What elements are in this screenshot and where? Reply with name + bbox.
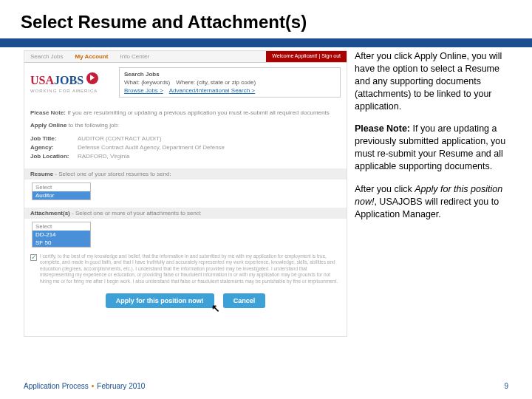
certification-text: I certify, to the best of my knowledge a…	[24, 250, 347, 287]
page-number: 9	[504, 382, 508, 390]
attachments-select[interactable]: Select DD-214 SF 50	[32, 222, 91, 248]
welcome-banner[interactable]: Welcome Applicant! | Sign out	[266, 51, 347, 62]
slide-title: Select Resume and Attachment(s)	[0, 0, 532, 38]
attachments-section: Attachment(s) - Select one or more of yo…	[24, 208, 347, 219]
instruction-p1: After you click Apply Online, you will h…	[355, 50, 517, 112]
instruction-p2: Please Note: If you are updating a previ…	[355, 123, 517, 173]
play-icon	[86, 72, 98, 84]
tab-my-account[interactable]: My Account	[69, 51, 114, 62]
resume-select[interactable]: Select Auditor	[32, 183, 91, 200]
cursor-icon: ↖	[211, 302, 220, 314]
tab-search[interactable]: Search Jobs	[24, 51, 69, 62]
certify-checkbox[interactable]	[30, 254, 37, 261]
apply-position-button[interactable]: Apply for this position now!↖	[106, 293, 214, 308]
tab-info-center[interactable]: Info Center	[115, 51, 156, 62]
slide-footer: Application Process•February 2010 9	[24, 382, 508, 390]
resume-section: Resume - Select one of your stored resum…	[24, 168, 347, 180]
apply-online-heading: Apply Online to the following job:	[24, 119, 347, 132]
advanced-search-link[interactable]: Advanced/International Search >	[169, 87, 255, 94]
browse-jobs-link[interactable]: Browse Jobs >	[124, 87, 163, 94]
search-jobs-box: Search Jobs What: (keywords) Where: (cit…	[119, 67, 341, 98]
instruction-sidebar: After you click Apply Online, you will h…	[355, 50, 517, 337]
nav-tabs: Search Jobs My Account Info Center Welco…	[24, 51, 347, 63]
instruction-p3: After you click Apply for this position …	[355, 183, 517, 221]
resubmit-note: Please Note: If you are resubmitting or …	[24, 106, 347, 119]
usajobs-screenshot: Search Jobs My Account Info Center Welco…	[24, 50, 347, 337]
usajobs-logo: USAJOBS WORKING FOR AMERICA	[30, 72, 98, 93]
divider-bar	[0, 38, 532, 47]
job-details: Job Title:AUDITOR (CONTRACT AUDIT) Agenc…	[24, 132, 347, 164]
cancel-button[interactable]: Cancel	[223, 293, 266, 308]
